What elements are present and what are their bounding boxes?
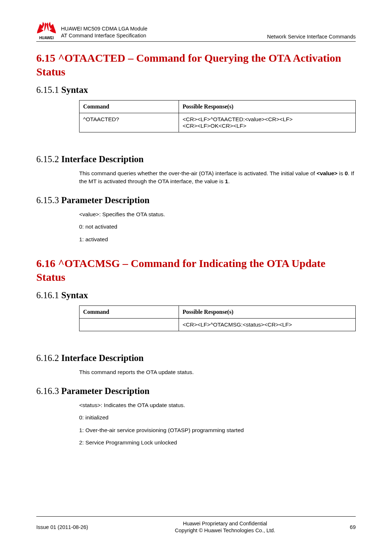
heading-num: 6.15.1 <box>36 85 61 95</box>
heading-6161: 6.16.1 Syntax <box>36 290 356 300</box>
huawei-logo-icon: HUAWEI <box>36 21 57 40</box>
header-chapter: Network Service Interface Commands <box>267 34 356 40</box>
header-line2: AT Command Interface Specification <box>61 32 267 40</box>
table-header-command: Command <box>79 306 179 319</box>
heading-6153: 6.15.3 Parameter Description <box>36 195 356 205</box>
heading-title: Syntax <box>61 85 88 95</box>
page-header: HUAWEI HUAWEI MC509 CDMA LGA Module AT C… <box>36 21 356 42</box>
table-cell-response: <CR><LF>^OTAACTED:<value><CR><LF> <CR><L… <box>179 113 355 132</box>
header-line1: HUAWEI MC509 CDMA LGA Module <box>61 25 267 33</box>
table-header-command: Command <box>79 100 179 113</box>
ifdesc-615-text: This command queries whether the over-th… <box>79 169 356 186</box>
param-line: 1: Over-the-air service provisioning (OT… <box>79 426 356 434</box>
heading-num: 6.16.1 <box>36 290 61 300</box>
heading-6162: 6.16.2 Interface Description <box>36 353 356 363</box>
heading-title: Parameter Description <box>61 195 150 205</box>
heading-6163: 6.16.3 Parameter Description <box>36 386 356 396</box>
syntax-615-table: Command Possible Response(s) ^OTAACTED? … <box>79 100 356 132</box>
response-line: <CR><LF>OK<CR><LF> <box>183 123 352 129</box>
ifdesc-615-block: This command queries whether the over-th… <box>79 169 356 186</box>
heading-num: 6.15.2 <box>36 154 61 164</box>
footer-issue: Issue 01 (2011-08-26) <box>36 524 116 530</box>
paramdesc-616-block: <status>: Indicates the OTA update statu… <box>79 401 356 447</box>
param-line: 2: Service Programming Lock unlocked <box>79 439 356 447</box>
heading-title: Interface Description <box>61 353 144 363</box>
heading-title: Interface Description <box>61 154 144 164</box>
table-cell-command: ^OTAACTED? <box>79 113 179 132</box>
heading-title: Parameter Description <box>61 386 150 396</box>
heading-num: 6.16.3 <box>36 386 61 396</box>
text-part: This command queries whether the over-th… <box>79 170 317 176</box>
table-cell-command <box>79 319 179 331</box>
footer-page-number: 69 <box>334 524 356 530</box>
page-footer: Issue 01 (2011-08-26) Huawei Proprietary… <box>36 516 356 534</box>
heading-6151: 6.15.1 Syntax <box>36 85 356 95</box>
heading-616: 6.16 ^OTACMSG – Command for Indicating t… <box>36 257 356 284</box>
svg-text:HUAWEI: HUAWEI <box>39 36 54 40</box>
ifdesc-616-block: This command reports the OTA update stat… <box>79 368 356 376</box>
table-cell-response: <CR><LF>^OTACMSG:<status><CR><LF> <box>179 319 355 331</box>
paramdesc-615-block: <value>: Specifies the OTA status. 0: no… <box>79 210 356 243</box>
param-line: <value>: Specifies the OTA status. <box>79 210 356 218</box>
heading-title: Syntax <box>61 290 88 300</box>
footer-center: Huawei Proprietary and Confidential Copy… <box>116 520 334 534</box>
text-bold: <value> <box>317 170 338 176</box>
footer-copyright: Copyright © Huawei Technologies Co., Ltd… <box>116 527 334 534</box>
heading-615: 6.15 ^OTAACTED – Command for Querying th… <box>36 51 356 78</box>
header-doc-title: HUAWEI MC509 CDMA LGA Module AT Command … <box>61 25 267 40</box>
syntax-616-table: Command Possible Response(s) <CR><LF>^OT… <box>79 305 356 331</box>
heading-num: 6.15.3 <box>36 195 61 205</box>
param-line: 0: initialized <box>79 414 356 422</box>
param-line: <status>: Indicates the OTA update statu… <box>79 401 356 409</box>
heading-6152: 6.15.2 Interface Description <box>36 154 356 164</box>
heading-num: 6.16.2 <box>36 353 61 363</box>
text-part: is <box>338 170 345 176</box>
response-line: <CR><LF>^OTAACTED:<value><CR><LF> <box>183 116 352 123</box>
table-header-response: Possible Response(s) <box>179 306 355 319</box>
text-part: . <box>228 178 229 184</box>
param-line: 1: activated <box>79 235 356 243</box>
ifdesc-616-text: This command reports the OTA update stat… <box>79 368 356 376</box>
syntax-615-block: Command Possible Response(s) ^OTAACTED? … <box>79 100 356 132</box>
param-line: 0: not activated <box>79 223 356 231</box>
footer-proprietary: Huawei Proprietary and Confidential <box>116 520 334 528</box>
syntax-616-block: Command Possible Response(s) <CR><LF>^OT… <box>79 305 356 331</box>
table-header-response: Possible Response(s) <box>179 100 355 113</box>
